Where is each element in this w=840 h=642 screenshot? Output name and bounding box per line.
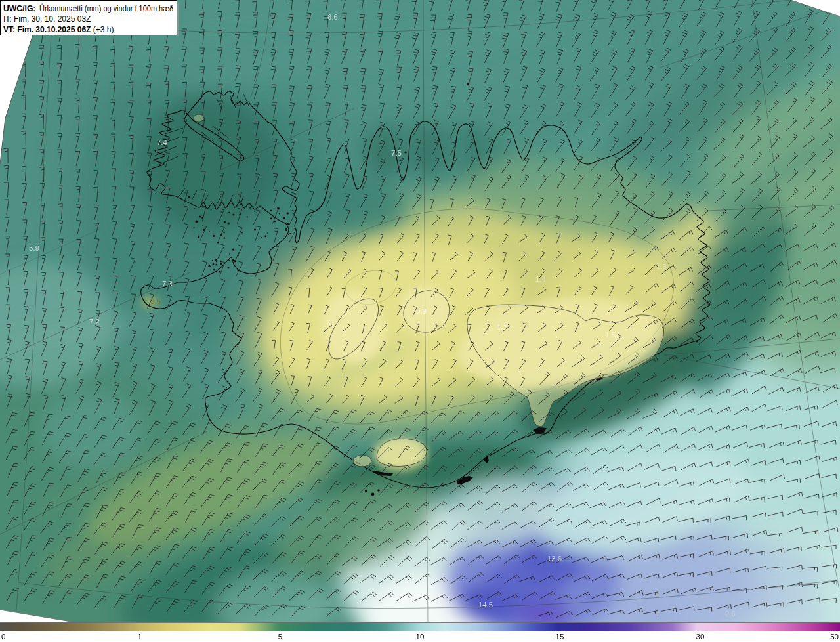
svg-text:15: 15 — [556, 633, 564, 641]
svg-text:Úrkomumætti (mm) og vindur í 1: Úrkomumætti (mm) og vindur í 100m hæð — [39, 3, 173, 13]
svg-text:7.2: 7.2 — [89, 318, 100, 326]
svg-text:13.6: 13.6 — [547, 555, 562, 563]
svg-text:0: 0 — [1, 633, 5, 641]
svg-text:7.3: 7.3 — [162, 280, 173, 288]
svg-text:1.1: 1.1 — [497, 323, 507, 331]
svg-text:2.6: 2.6 — [725, 610, 736, 618]
svg-text:7.4: 7.4 — [157, 139, 168, 146]
svg-text:1: 1 — [138, 633, 142, 641]
svg-text:3.5: 3.5 — [150, 297, 161, 305]
svg-text:5.9: 5.9 — [29, 244, 39, 252]
svg-text:5: 5 — [278, 633, 282, 641]
svg-text:1.5: 1.5 — [605, 331, 616, 339]
svg-text:1.3: 1.3 — [656, 263, 667, 270]
svg-text:IT: Fim. 30. 10. 2025 03Z: IT: Fim. 30. 10. 2025 03Z — [3, 14, 91, 24]
svg-text:VT: Fim. 30.10.2025 06Z (+3 h): VT: Fim. 30.10.2025 06Z (+3 h) — [3, 25, 114, 34]
svg-text:7.5: 7.5 — [391, 149, 402, 157]
svg-text:14.5: 14.5 — [478, 601, 493, 609]
svg-text:6.6: 6.6 — [327, 13, 338, 21]
svg-text:10: 10 — [416, 633, 425, 641]
svg-text:1.4: 1.4 — [536, 275, 547, 283]
svg-text:0.9: 0.9 — [416, 307, 427, 315]
svg-text:50: 50 — [830, 633, 839, 641]
svg-text:30: 30 — [696, 633, 705, 641]
svg-text:UWC/IG:: UWC/IG: — [3, 4, 35, 13]
